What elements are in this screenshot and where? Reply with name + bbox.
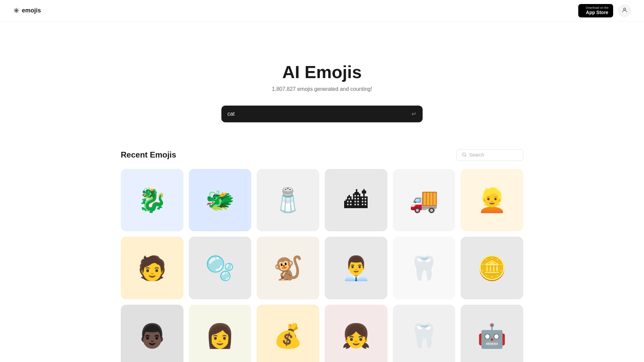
svg-point-0 <box>624 8 626 10</box>
emoji-character: 🐲 <box>205 188 234 212</box>
emoji-character: 👩 <box>205 324 234 348</box>
list-item[interactable]: 🐲 <box>189 169 252 232</box>
list-item[interactable]: 💰 <box>257 305 319 362</box>
store-name-label: App Store <box>586 10 608 15</box>
list-item[interactable]: 🐒 <box>257 237 319 299</box>
navbar: ✳ emojis Download on the App Store <box>0 0 644 22</box>
recent-header: Recent Emojis <box>121 149 523 161</box>
logo[interactable]: ✳ emojis <box>13 7 41 15</box>
user-account-button[interactable] <box>619 5 631 17</box>
list-item[interactable]: 🦷 <box>393 237 455 299</box>
list-item[interactable]: 🚚 <box>393 169 455 232</box>
filter-search-icon <box>462 152 467 158</box>
svg-line-2 <box>465 155 466 156</box>
emoji-character: 🪙 <box>477 256 506 280</box>
emoji-character: 👱 <box>477 188 506 212</box>
list-item[interactable]: 👧 <box>325 305 387 362</box>
filter-search-bar <box>456 149 523 161</box>
emoji-character: 🦷 <box>409 324 438 348</box>
list-item[interactable]: 👨🏿 <box>121 305 183 362</box>
list-item[interactable]: 🦷 <box>393 305 455 362</box>
main-search-bar: ↵ <box>221 106 423 122</box>
list-item[interactable]: 🧑 <box>121 237 183 299</box>
main-search-input[interactable] <box>227 111 408 117</box>
filter-search-input[interactable] <box>469 152 528 158</box>
recent-title: Recent Emojis <box>121 150 176 160</box>
list-item[interactable]: 👨‍💼 <box>325 237 387 299</box>
list-item[interactable]: 👱 <box>461 169 523 232</box>
nav-right: Download on the App Store <box>578 4 631 17</box>
emoji-character: 🫧 <box>205 256 234 280</box>
hero-title: AI Emojis <box>282 62 362 82</box>
emoji-grid: 🐉🐲🧂🏙🚚👱🧑🫧🐒👨‍💼🦷🪙👨🏿👩💰👧🦷🤖 <box>121 169 523 362</box>
emoji-character: 👧 <box>341 324 371 348</box>
download-label: Download on the <box>586 6 608 10</box>
emoji-character: 🚚 <box>409 188 438 212</box>
emoji-character: 👨🏿 <box>138 324 167 348</box>
list-item[interactable]: 🏙 <box>325 169 387 232</box>
list-item[interactable]: 🤖 <box>461 305 523 362</box>
recent-section: Recent Emojis 🐉🐲🧂🏙🚚👱🧑🫧🐒👨‍💼🦷🪙👨🏿👩💰👧🦷🤖 <box>0 149 644 362</box>
user-icon <box>622 7 628 14</box>
search-enter-icon[interactable]: ↵ <box>412 110 417 118</box>
emoji-character: 💰 <box>273 324 303 348</box>
emoji-character: 🧑 <box>138 256 167 280</box>
emoji-character: 🦷 <box>409 256 438 280</box>
emoji-character: 🐒 <box>273 256 303 280</box>
logo-icon: ✳ <box>13 7 19 15</box>
hero-subtitle: 1,807,827 emojis generated and counting! <box>272 86 372 92</box>
list-item[interactable]: 🪙 <box>461 237 523 299</box>
list-item[interactable]: 👩 <box>189 305 252 362</box>
emoji-character: 🧂 <box>273 188 303 212</box>
list-item[interactable]: 🐉 <box>121 169 183 232</box>
emoji-character: 👨‍💼 <box>341 256 371 280</box>
list-item[interactable]: 🧂 <box>257 169 319 232</box>
app-store-button[interactable]: Download on the App Store <box>578 4 613 17</box>
emoji-character: 🤖 <box>477 324 506 348</box>
logo-text: emojis <box>22 7 41 14</box>
emoji-character: 🐉 <box>138 188 167 212</box>
list-item[interactable]: 🫧 <box>189 237 252 299</box>
emoji-character: 🏙 <box>344 188 368 212</box>
hero-section: AI Emojis 1,807,827 emojis generated and… <box>0 22 644 149</box>
